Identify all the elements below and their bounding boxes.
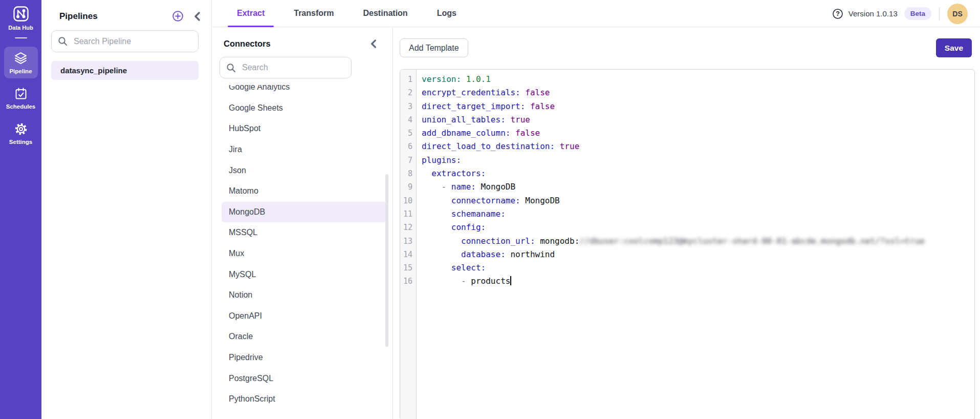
- sidebar-item-label: Schedules: [6, 103, 36, 110]
- line-number: 11: [400, 207, 416, 221]
- app-window: Data Hub Pipeline Sc: [0, 0, 980, 419]
- code-line-15: select:: [417, 261, 974, 275]
- line-number: 14: [400, 248, 416, 261]
- beta-badge: Beta: [904, 7, 931, 20]
- code-line-12: config:: [417, 221, 974, 234]
- editor-gutter: 12345678910111213141516: [400, 70, 417, 419]
- code-line-14: database: northwind: [417, 248, 974, 261]
- line-number: 5: [400, 127, 416, 140]
- yaml-code-editor[interactable]: 12345678910111213141516 version: 1.0.1en…: [400, 69, 975, 419]
- line-number: 6: [400, 140, 416, 153]
- sidebar-item-label: Settings: [9, 139, 32, 145]
- collapse-connectors-icon[interactable]: [369, 39, 377, 48]
- connector-search: [220, 57, 352, 78]
- gear-icon: [14, 122, 28, 136]
- layers-icon: [14, 51, 28, 65]
- connector-item-google-sheets[interactable]: Google Sheets: [222, 98, 387, 119]
- header-divider: [939, 7, 940, 20]
- code-line-2: encrypt_credentials: false: [417, 86, 974, 99]
- connector-list-viewport: Google AnalyticsGoogle SheetsHubSpotJira…: [212, 85, 393, 419]
- line-number: 16: [400, 275, 416, 288]
- line-number: 3: [400, 100, 416, 113]
- code-line-10: connectorname: MongoDB: [417, 194, 974, 207]
- add-template-button[interactable]: Add Template: [400, 38, 468, 57]
- add-pipeline-button[interactable]: [171, 9, 185, 23]
- help-icon[interactable]: ?: [832, 8, 843, 19]
- line-number: 4: [400, 113, 416, 127]
- connector-item-json[interactable]: Json: [222, 160, 387, 181]
- pipelines-panel-title: Pipelines: [59, 11, 163, 22]
- app-logo[interactable]: Data Hub: [8, 6, 33, 31]
- line-number: 9: [400, 180, 416, 194]
- line-number: 12: [400, 221, 416, 234]
- connector-item-openapi[interactable]: OpenAPI: [222, 306, 387, 327]
- sidebar-item-pipeline[interactable]: Pipeline: [4, 47, 38, 78]
- tab-destination[interactable]: Destination: [363, 0, 408, 27]
- line-number: 15: [400, 261, 416, 275]
- search-icon: [58, 36, 68, 46]
- connector-list-scrollbar[interactable]: [385, 174, 388, 347]
- line-number: 1: [400, 73, 416, 86]
- text-cursor: [510, 276, 511, 285]
- app-rail: Data Hub Pipeline Sc: [0, 0, 41, 419]
- collapse-pipelines-icon[interactable]: [193, 12, 201, 21]
- pipeline-search: [51, 30, 199, 52]
- connector-item-oracle[interactable]: Oracle: [222, 326, 387, 347]
- connector-item-mux[interactable]: Mux: [222, 243, 387, 264]
- connectors-panel-title: Connectors: [224, 39, 369, 49]
- connector-search-input[interactable]: [241, 62, 349, 73]
- code-line-16: - products: [417, 275, 974, 288]
- redacted-connection-url: //dbuser:coolcomp123@mycluster-shard-00-…: [579, 236, 924, 246]
- tab-extract[interactable]: Extract: [237, 0, 265, 27]
- connector-item-postgresql[interactable]: PostgreSQL: [222, 368, 387, 389]
- code-line-4: union_all_tables: true: [417, 113, 974, 127]
- code-line-13: connection_url: mongodb://dbuser:coolcom…: [417, 235, 974, 248]
- app-name: Data Hub: [8, 25, 33, 31]
- code-line-11: schemaname:: [417, 207, 974, 221]
- line-number: 7: [400, 154, 416, 167]
- connector-item-mongodb[interactable]: MongoDB: [222, 202, 387, 223]
- code-line-5: add_dbname_column: false: [417, 127, 974, 140]
- user-avatar[interactable]: DS: [947, 4, 968, 24]
- connector-item-matomo[interactable]: Matomo: [222, 181, 387, 202]
- data-hub-logo-icon: [13, 6, 29, 22]
- pipeline-search-input[interactable]: [73, 36, 192, 47]
- connector-item-hubspot[interactable]: HubSpot: [222, 118, 387, 139]
- main-area: ExtractTransformDestinationLogs ? Versio…: [212, 0, 980, 419]
- pipeline-list-item[interactable]: datasync_pipeline: [51, 61, 199, 80]
- connector-item-google-analytics[interactable]: Google Analytics: [222, 85, 387, 98]
- pipeline-list: datasync_pipeline: [51, 61, 199, 80]
- tab-transform[interactable]: Transform: [294, 0, 334, 27]
- editor-region: Add Template Save 1234567891011121314151…: [393, 28, 980, 419]
- connector-item-notion[interactable]: Notion: [222, 285, 387, 306]
- sidebar-item-schedules[interactable]: Schedules: [4, 82, 38, 114]
- line-number: 8: [400, 167, 416, 180]
- code-line-1: version: 1.0.1: [417, 73, 974, 86]
- code-line-7: plugins:: [417, 154, 974, 167]
- code-line-9: - name: MongoDB: [417, 180, 974, 194]
- editor-code-lines: version: 1.0.1encrypt_credentials: false…: [417, 70, 974, 288]
- connector-item-jira[interactable]: Jira: [222, 139, 387, 160]
- code-line-8: extractors:: [417, 167, 974, 180]
- calendar-check-icon: [14, 87, 28, 100]
- connectors-panel: Connectors Google AnalyticsGoogle Sheets…: [212, 28, 393, 419]
- version-label: Version 1.0.13: [848, 9, 898, 18]
- header-right: ? Version 1.0.13 Beta DS: [832, 0, 968, 27]
- connector-item-pipedrive[interactable]: Pipedrive: [222, 347, 387, 368]
- connector-item-mysql[interactable]: MySQL: [222, 264, 387, 285]
- svg-text:?: ?: [836, 10, 840, 17]
- search-icon: [226, 63, 236, 73]
- rail-divider: [15, 37, 27, 38]
- connector-item-mssql[interactable]: MSSQL: [222, 222, 387, 243]
- code-line-6: direct_load_to_destination: true: [417, 140, 974, 153]
- connector-item-pythonscript[interactable]: PythonScript: [222, 389, 387, 410]
- sidebar-item-settings[interactable]: Settings: [4, 118, 38, 149]
- tab-logs[interactable]: Logs: [437, 0, 456, 27]
- line-number: 2: [400, 86, 416, 99]
- editor-toolbar: Add Template Save: [400, 38, 972, 57]
- pipelines-panel: Pipelines datasync_pipe: [41, 0, 212, 419]
- save-button[interactable]: Save: [936, 38, 972, 57]
- sidebar-item-label: Pipeline: [9, 68, 32, 74]
- code-line-3: direct_target_import: false: [417, 100, 974, 113]
- connector-list: Google AnalyticsGoogle SheetsHubSpotJira…: [212, 85, 393, 410]
